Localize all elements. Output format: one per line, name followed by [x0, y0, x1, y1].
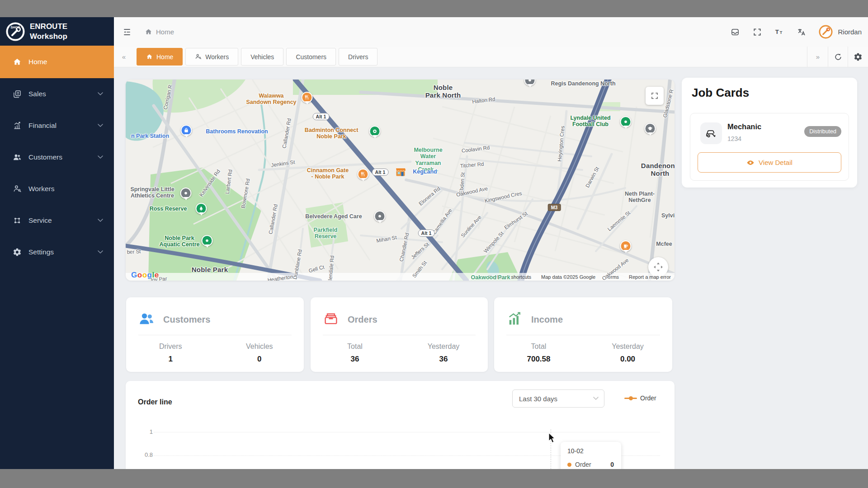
sidebar-item-label: Financial	[28, 122, 57, 130]
store-marker-icon[interactable]	[395, 166, 407, 178]
y-tick: 0.8	[135, 451, 153, 458]
translate-icon[interactable]	[797, 27, 807, 37]
chevron-down-icon	[98, 219, 103, 222]
chevron-down-icon	[593, 397, 599, 400]
aged-care-marker[interactable]	[374, 211, 386, 222]
brand-name: ENROUTE Workshop	[30, 22, 67, 41]
tab-vehicles[interactable]: Vehicles	[241, 48, 283, 66]
map-poi-label: Belvedere Aged Care	[305, 213, 362, 220]
avatar[interactable]	[819, 25, 833, 39]
tabs-scroll-left-icon[interactable]: «	[114, 47, 134, 67]
sidebar-item-label: Workers	[28, 185, 54, 193]
job-cards-title: Job Cards	[692, 86, 749, 100]
stat-title: Customers	[163, 314, 210, 325]
tab-label: Home	[156, 53, 173, 61]
tabs-more-icon[interactable]: »	[807, 47, 828, 67]
inbox-icon[interactable]	[730, 27, 740, 37]
route-shield: Alt 1	[313, 113, 330, 120]
job-cards-panel: Job Cards Mechanic 1234 Distributed View…	[682, 78, 857, 188]
tooltip-date: 10-02	[567, 447, 584, 455]
map-attribution: Keyboard shortcuts Map data ©2025 Google…	[126, 273, 675, 281]
order-line-card: Order line Last 30 days Order 1 0.8 10-0…	[126, 381, 675, 469]
chevron-down-icon	[98, 124, 103, 127]
range-select[interactable]: Last 30 days	[512, 389, 604, 408]
aquatic-marker[interactable]	[202, 235, 213, 246]
sidebar-item-label: Home	[28, 58, 47, 66]
mouse-cursor	[548, 432, 557, 443]
chevron-down-icon	[98, 92, 103, 96]
map-report-link[interactable]: Report a map error	[629, 274, 671, 280]
sidebar-item-workers[interactable]: Workers	[0, 173, 114, 205]
map-poi-label: Bathrooms Renovation	[206, 128, 268, 135]
breadcrumb[interactable]: Home	[145, 28, 174, 36]
expand-icon[interactable]	[752, 27, 762, 37]
user-name[interactable]: Riordan	[838, 28, 862, 36]
tab-home[interactable]: Home	[137, 48, 183, 66]
map-poi-label: Parkfield Reserve	[314, 227, 338, 240]
stat-title: Income	[531, 314, 563, 325]
tab-customers[interactable]: Customers	[286, 48, 336, 66]
shopping-marker[interactable]	[181, 125, 192, 136]
sports-marker[interactable]	[369, 126, 381, 137]
sidebar-item-home[interactable]: Home	[0, 46, 114, 78]
tooltip-series-label: Order	[575, 461, 591, 468]
chart-tooltip: 10-02 Order 0	[561, 442, 621, 469]
restaurant-marker[interactable]	[302, 92, 313, 103]
restaurant-marker[interactable]	[358, 169, 369, 180]
legend-label: Order	[640, 394, 656, 402]
sidebar-item-financial[interactable]: Financial	[0, 110, 114, 141]
map-locality-label: Noble Park	[192, 266, 228, 273]
breadcrumb-label: Home	[156, 28, 174, 36]
brand-name-line1: ENROUTE	[30, 22, 67, 31]
tab-drivers[interactable]: Drivers	[339, 48, 377, 66]
job-card-name: Mechanic	[727, 122, 761, 131]
tab-label: Customers	[296, 53, 326, 61]
home-icon	[13, 57, 22, 66]
brand-name-line2: Workshop	[30, 32, 67, 41]
menu-fold-icon[interactable]	[122, 27, 132, 37]
app-window: SHOP ENROUTE Workshop HomeSalesFinancial…	[0, 17, 868, 469]
sidebar-item-label: Settings	[28, 248, 54, 256]
stat-col-label: Vehicles	[215, 343, 304, 351]
workers-icon	[13, 184, 22, 193]
sports-marker[interactable]	[620, 116, 632, 127]
park-marker[interactable]	[196, 203, 207, 214]
sidebar-item-customers[interactable]: Customers	[0, 141, 114, 173]
stat-col: Total 700.58	[494, 343, 583, 364]
athletics-marker[interactable]	[180, 188, 192, 199]
fontsize-icon[interactable]: TT	[774, 27, 784, 37]
map-locality-label: Dandenong North	[641, 162, 675, 177]
orders-stat-icon	[323, 311, 339, 327]
cafe-marker[interactable]	[620, 240, 632, 252]
sidebar-item-settings[interactable]: Settings	[0, 236, 114, 268]
tab-strip: « HomeWorkersVehiclesCustomersDrivers »	[114, 47, 868, 67]
stat-col-label: Yesterday	[583, 343, 672, 351]
tabs-settings-icon[interactable]	[848, 47, 868, 67]
series-dot-icon	[567, 463, 571, 467]
map-canvas[interactable]: Keyboard shortcuts Map data ©2025 Google…	[126, 80, 675, 281]
brand: SHOP ENROUTE Workshop	[0, 17, 114, 46]
chevron-down-icon	[98, 155, 103, 159]
home-icon	[145, 28, 152, 36]
sidebar-item-sales[interactable]: Sales	[0, 78, 114, 110]
tab-list: HomeWorkersVehiclesCustomersDrivers	[137, 48, 377, 66]
order-line-title: Order line	[138, 398, 172, 406]
sidebar-item-service[interactable]: Service	[0, 205, 114, 236]
tabs-reload-icon[interactable]	[828, 47, 848, 67]
view-detail-button[interactable]: View Detail	[698, 152, 841, 173]
school-marker[interactable]	[645, 123, 656, 134]
job-card-code: 1234	[727, 135, 741, 142]
map-fullscreen-button[interactable]	[646, 87, 664, 105]
map-poi-label: Sylvia	[661, 212, 675, 219]
customers-icon	[13, 153, 22, 162]
stat-col-label: Drivers	[126, 343, 215, 351]
eye-icon	[746, 159, 755, 167]
tab-workers[interactable]: Workers	[185, 48, 238, 66]
sidebar-item-label: Customers	[28, 153, 62, 161]
map-poi-label: Mcfee	[656, 241, 672, 247]
chart-legend[interactable]: Order	[624, 394, 656, 402]
tab-label: Drivers	[348, 53, 368, 61]
customers-stat-icon	[138, 311, 155, 327]
map-poi-label: Walawwa Sandown Regency	[246, 93, 296, 106]
income-stat-icon	[506, 311, 523, 327]
